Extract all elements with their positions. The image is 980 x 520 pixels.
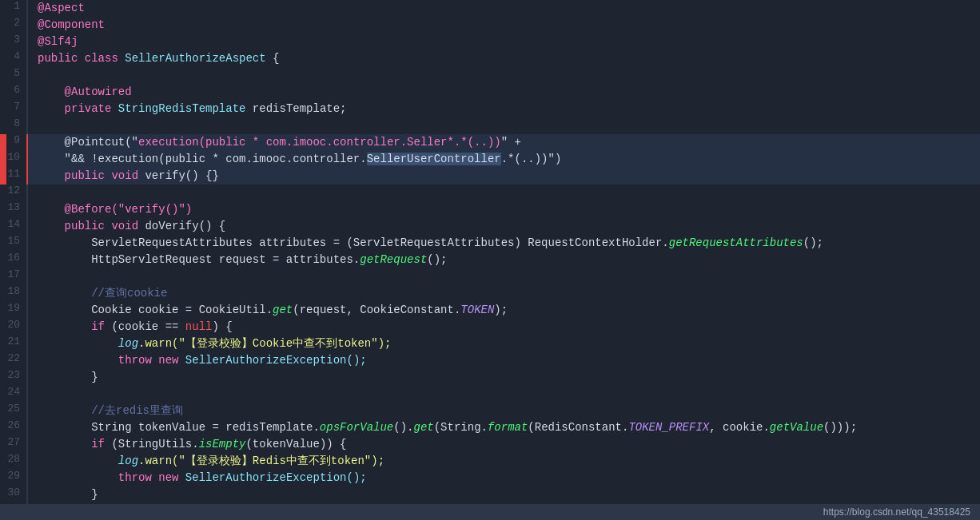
- code-line: 9 @Pointcut("execution(public * com.imoo…: [0, 134, 980, 151]
- line-content: @Before("verify()"): [28, 201, 980, 218]
- line-content: throw new SellerAuthorizeException();: [28, 470, 980, 486]
- line-content: if (cookie == null) {: [28, 319, 980, 335]
- line-indicator-2: [0, 151, 6, 168]
- line-content: //去redis里查询: [28, 403, 980, 419]
- code-line: 5: [0, 67, 980, 84]
- line-number: 23: [0, 369, 28, 386]
- line-content: private StringRedisTemplate redisTemplat…: [28, 101, 980, 117]
- line-content: log.warn("【登录校验】Cookie中查不到token");: [28, 335, 980, 352]
- line-number: 17: [0, 268, 28, 285]
- line-number: 13: [0, 201, 28, 218]
- code-line: 15 ServletRequestAttributes attributes =…: [0, 235, 980, 252]
- line-content: log.warn("【登录校验】Redis中查不到token");: [28, 453, 980, 470]
- line-content: throw new SellerAuthorizeException();: [28, 352, 980, 369]
- line-content: if (StringUtils.isEmpty(tokenValue)) {: [28, 436, 980, 453]
- code-line: 3@Slf4j: [0, 34, 980, 50]
- line-content: @Pointcut("execution(public * com.imooc.…: [28, 134, 980, 151]
- code-line: 28 log.warn("【登录校验】Redis中查不到token");: [0, 453, 980, 470]
- code-line: 26 String tokenValue = redisTemplate.ops…: [0, 419, 980, 436]
- line-content: String tokenValue = redisTemplate.opsFor…: [28, 419, 980, 436]
- code-line: 7 private StringRedisTemplate redisTempl…: [0, 101, 980, 117]
- line-number: 28: [0, 453, 28, 470]
- line-number: 24: [0, 386, 28, 403]
- code-line: 29 throw new SellerAuthorizeException();: [0, 470, 980, 486]
- line-number: 20: [0, 319, 28, 335]
- line-number: 18: [0, 285, 28, 302]
- line-number: 29: [0, 470, 28, 486]
- line-content: [28, 67, 980, 84]
- line-number: 26: [0, 419, 28, 436]
- line-content: [28, 117, 980, 134]
- line-number: 25: [0, 403, 28, 419]
- status-bar: https://blog.csdn.net/qq_43518425: [0, 504, 980, 520]
- line-content: public void doVerify() {: [28, 218, 980, 235]
- line-content: [28, 386, 980, 403]
- line-number: 3: [0, 34, 28, 50]
- code-line: 27 if (StringUtils.isEmpty(tokenValue)) …: [0, 436, 980, 453]
- line-number: 21: [0, 335, 28, 352]
- line-content: @Component: [28, 17, 980, 34]
- line-number: 12: [0, 185, 28, 201]
- code-line: 22 throw new SellerAuthorizeException();: [0, 352, 980, 369]
- line-number: 15: [0, 235, 28, 252]
- line-content: //查询cookie: [28, 285, 980, 302]
- line-number: 30: [0, 486, 28, 503]
- line-number: 6: [0, 84, 28, 101]
- line-number: 16: [0, 252, 28, 268]
- line-number: 7: [0, 101, 28, 117]
- code-line: 24: [0, 386, 980, 403]
- line-number: 14: [0, 218, 28, 235]
- code-line: 17: [0, 268, 980, 285]
- line-content: @Slf4j: [28, 34, 980, 50]
- code-line: 1@Aspect: [0, 0, 980, 17]
- line-content: Cookie cookie = CookieUtil.get(request, …: [28, 302, 980, 319]
- line-content: @Autowired: [28, 84, 980, 101]
- code-line: 23 }: [0, 369, 980, 386]
- code-lines: 1@Aspect2@Component3@Slf4j4public class …: [0, 0, 980, 504]
- line-content: @Aspect: [28, 0, 980, 17]
- line-indicator-3: [0, 168, 6, 185]
- code-line: 6 @Autowired: [0, 84, 980, 101]
- line-number: 5: [0, 67, 28, 84]
- line-number: 22: [0, 352, 28, 369]
- line-number: 2: [0, 17, 28, 34]
- line-content: }: [28, 369, 980, 386]
- status-url: https://blog.csdn.net/qq_43518425: [823, 506, 970, 518]
- code-line: 13 @Before("verify()"): [0, 201, 980, 218]
- code-line: 2@Component: [0, 17, 980, 34]
- code-line: 20 if (cookie == null) {: [0, 319, 980, 335]
- line-number: 19: [0, 302, 28, 319]
- line-indicator-1: [0, 134, 6, 151]
- line-number: 8: [0, 117, 28, 134]
- code-line: 8: [0, 117, 980, 134]
- line-number: 27: [0, 436, 28, 453]
- line-content: [28, 268, 980, 285]
- code-line: 25 //去redis里查询: [0, 403, 980, 419]
- line-content: public class SellerAuthorizeAspect {: [28, 50, 980, 67]
- code-line: 12: [0, 185, 980, 201]
- code-editor: 1@Aspect2@Component3@Slf4j4public class …: [0, 0, 980, 504]
- line-content: [28, 185, 980, 201]
- code-line: 18 //查询cookie: [0, 285, 980, 302]
- code-line: 4public class SellerAuthorizeAspect {: [0, 50, 980, 67]
- line-number: 4: [0, 50, 28, 67]
- code-line: 10 "&& !execution(public * com.imooc.con…: [0, 151, 980, 168]
- code-line: 19 Cookie cookie = CookieUtil.get(reques…: [0, 302, 980, 319]
- line-content: HttpServletRequest request = attributes.…: [28, 252, 980, 268]
- code-line: 21 log.warn("【登录校验】Cookie中查不到token");: [0, 335, 980, 352]
- line-content: }: [28, 486, 980, 503]
- code-line: 11 public void verify() {}: [0, 168, 980, 185]
- line-content: public void verify() {}: [28, 168, 980, 185]
- line-content: ServletRequestAttributes attributes = (S…: [28, 235, 980, 252]
- code-line: 30 }: [0, 486, 980, 503]
- line-content: "&& !execution(public * com.imooc.contro…: [28, 151, 980, 168]
- code-line: 16 HttpServletRequest request = attribut…: [0, 252, 980, 268]
- line-number: 1: [0, 0, 28, 17]
- code-line: 14 public void doVerify() {: [0, 218, 980, 235]
